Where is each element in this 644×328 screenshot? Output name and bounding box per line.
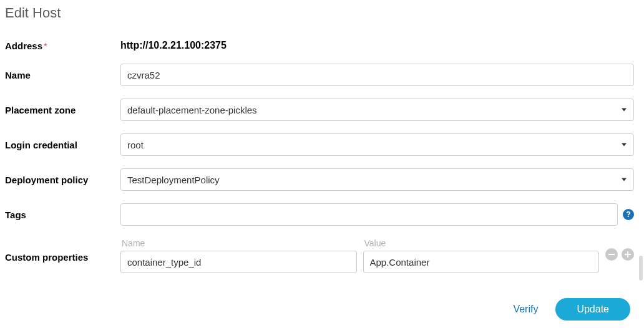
row-login-credential: Login credential [5,133,634,156]
row-address: Address* http://10.2.21.100:2375 [5,40,634,51]
caret-down-icon [622,109,627,112]
custom-prop-value-header: Value [363,238,600,248]
row-placement-zone: Placement zone [5,99,634,121]
update-button[interactable]: Update [555,298,630,321]
tags-input[interactable] [120,203,618,226]
row-deployment-policy: Deployment policy [5,168,634,191]
row-tags: Tags ? [5,203,634,226]
address-value: http://10.2.21.100:2375 [120,40,227,51]
caret-down-icon [622,143,627,147]
add-row-button[interactable] [622,248,634,261]
custom-prop-name-header: Name [120,238,357,248]
svg-text:?: ? [626,210,630,219]
login-credential-select[interactable] [120,133,634,156]
label-address: Address* [5,41,120,51]
caret-down-icon [622,178,627,181]
label-name: Name [5,70,120,80]
plus-icon [627,251,628,258]
page-title: Edit Host [5,5,634,21]
label-tags: Tags [5,210,120,220]
remove-row-button[interactable] [605,248,618,261]
scrollbar[interactable] [639,256,643,281]
deployment-policy-value[interactable] [120,168,634,191]
row-custom-properties: Custom properties Name Value [5,238,634,273]
label-custom-properties: Custom properties [5,238,120,263]
label-deployment-policy: Deployment policy [5,175,120,185]
edit-host-form: Address* http://10.2.21.100:2375 Name Pl… [5,40,634,273]
minus-icon [608,254,615,255]
placement-zone-value[interactable] [120,99,634,121]
footer-actions: Verify Update [5,298,634,321]
name-input[interactable] [120,64,634,86]
label-login-credential: Login credential [5,140,120,150]
label-placement-zone: Placement zone [5,105,120,115]
custom-prop-name-input[interactable] [120,251,357,273]
help-icon[interactable]: ? [623,209,634,220]
login-credential-value[interactable] [120,133,634,156]
verify-button[interactable]: Verify [513,304,538,315]
row-name: Name [5,64,634,86]
required-star: * [44,41,47,51]
deployment-policy-select[interactable] [120,168,634,191]
placement-zone-select[interactable] [120,99,634,121]
custom-prop-value-input[interactable] [363,251,600,273]
